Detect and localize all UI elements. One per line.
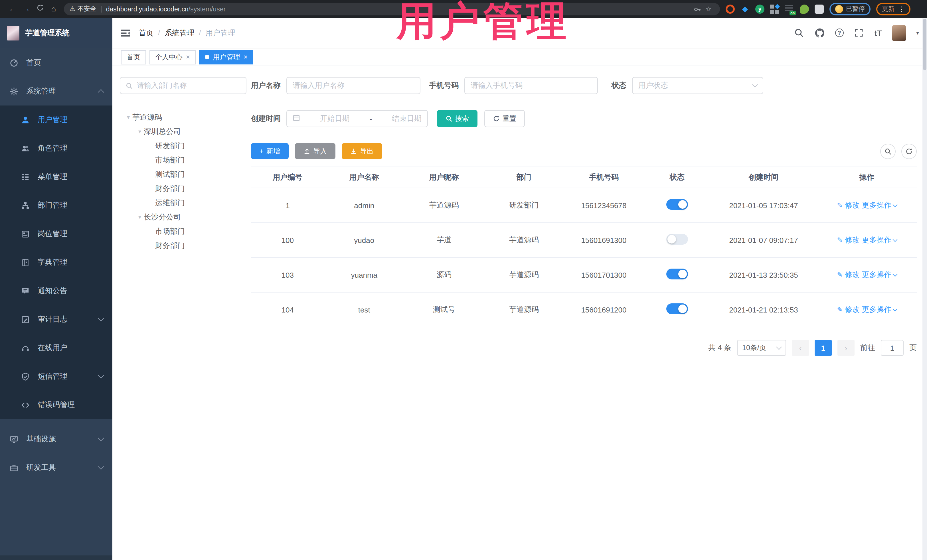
sidebar-item-dict-management[interactable]: 字典管理 xyxy=(0,248,112,276)
audit-log-icon xyxy=(21,315,30,324)
scrollbar-thumb[interactable] xyxy=(923,19,926,70)
tree-node-leaf[interactable]: 市场部门 xyxy=(120,224,246,238)
page-content: 请输入部门名称 ▾芋道源码 ▾深圳总公司 研发部门 市场部门 测试部门 财务部门… xyxy=(112,66,927,560)
close-icon[interactable]: × xyxy=(186,53,190,61)
reload-icon[interactable] xyxy=(33,0,47,18)
status-select[interactable]: 用户状态 xyxy=(632,77,763,94)
show-search-toggle-icon[interactable] xyxy=(880,143,896,159)
security-label[interactable]: 不安全 xyxy=(78,5,96,13)
browser-update-button[interactable]: 更新 ⋮ xyxy=(876,3,910,15)
close-icon[interactable]: × xyxy=(243,53,248,61)
chevron-down-icon xyxy=(776,344,782,350)
search-button[interactable]: 搜索 xyxy=(437,110,477,127)
sidebar-item-notice[interactable]: 通知公告 xyxy=(0,276,112,305)
status-toggle[interactable] xyxy=(666,304,688,314)
tree-node-branch[interactable]: ▾长沙分公司 xyxy=(120,210,246,224)
tree-expand-icon[interactable]: ▾ xyxy=(125,114,132,120)
extension-ubuntu-icon[interactable] xyxy=(726,4,735,14)
sidebar-item-dept-management[interactable]: 部门管理 xyxy=(0,191,112,220)
tree-expand-icon[interactable]: ▾ xyxy=(136,128,144,135)
back-icon[interactable]: ← xyxy=(6,0,20,18)
mobile-input[interactable]: 请输入手机号码 xyxy=(464,77,598,94)
sidebar-item-audit-log[interactable]: 审计日志 xyxy=(0,305,112,334)
tree-node-leaf[interactable]: 研发部门 xyxy=(120,138,246,153)
tab-profile[interactable]: 个人中心× xyxy=(149,50,196,64)
username-input[interactable]: 请输入用户名称 xyxy=(286,77,421,94)
sidebar-item-system[interactable]: 系统管理 xyxy=(0,77,112,106)
edit-link[interactable]: 修改 xyxy=(845,235,860,244)
date-end-placeholder: 结束日期 xyxy=(392,114,422,124)
add-button[interactable]: +新增 xyxy=(251,143,289,159)
edit-link[interactable]: 修改 xyxy=(845,201,860,209)
more-actions-link[interactable]: 更多操作 xyxy=(862,201,891,209)
extension-gem-icon[interactable]: ◆ xyxy=(740,4,749,14)
extension-leaf-icon[interactable] xyxy=(800,4,809,14)
collapse-sidebar-icon[interactable] xyxy=(120,28,131,38)
extension-switch-icon[interactable]: on xyxy=(785,4,794,14)
chevron-down-icon xyxy=(98,463,104,470)
tree-node-leaf[interactable]: 测试部门 xyxy=(120,167,246,181)
status-toggle[interactable] xyxy=(666,234,688,244)
breadcrumb-home[interactable]: 首页 xyxy=(138,28,153,38)
page-1-button[interactable]: 1 xyxy=(815,340,832,356)
reset-button[interactable]: 重置 xyxy=(484,110,525,127)
browser-profile-chip[interactable]: 已暂停 xyxy=(830,3,871,15)
col-nickname: 用户昵称 xyxy=(404,166,484,188)
sidebar-item-online-users[interactable]: 在线用户 xyxy=(0,334,112,362)
search-icon[interactable] xyxy=(794,28,804,38)
tree-node-leaf[interactable]: 运维部门 xyxy=(120,196,246,210)
tree-expand-icon[interactable]: ▾ xyxy=(136,214,144,220)
tree-node-leaf[interactable]: 财务部门 xyxy=(120,181,246,196)
next-page-button[interactable]: › xyxy=(837,340,854,356)
tab-home[interactable]: 首页 xyxy=(121,50,146,64)
sidebar-item-post-management[interactable]: 岗位管理 xyxy=(0,220,112,248)
sidebar-item-menu-management[interactable]: 菜单管理 xyxy=(0,162,112,191)
address-bar[interactable]: ⚠ 不安全 dashboard.yudao.iocoder.cn/system/… xyxy=(64,3,720,15)
sidebar-item-home[interactable]: 首页 xyxy=(0,49,112,77)
bookmark-star-icon[interactable]: ☆ xyxy=(703,5,714,13)
app-logo[interactable]: 芋道管理系统 xyxy=(0,18,112,49)
extensions-puzzle-icon[interactable] xyxy=(815,4,824,14)
sidebar-item-dev-tools[interactable]: 研发工具 xyxy=(0,453,112,482)
edit-link[interactable]: 修改 xyxy=(845,305,860,314)
passwords-key-icon[interactable] xyxy=(691,5,703,13)
tab-user-management[interactable]: 用户管理× xyxy=(199,50,253,64)
extension-yuque-icon[interactable]: y xyxy=(755,4,764,14)
tree-node-leaf[interactable]: 市场部门 xyxy=(120,153,246,167)
forward-icon[interactable]: → xyxy=(20,0,33,18)
page-size-select[interactable]: 10条/页 xyxy=(737,340,786,356)
status-toggle[interactable] xyxy=(666,269,688,279)
help-icon[interactable]: ? xyxy=(835,29,844,37)
page-scrollbar[interactable] xyxy=(922,18,927,560)
import-button[interactable]: 导入 xyxy=(295,143,336,159)
tree-node-branch[interactable]: ▾深圳总公司 xyxy=(120,124,246,138)
fullscreen-icon[interactable] xyxy=(854,28,864,38)
github-icon[interactable] xyxy=(815,28,825,38)
avatar-caret-icon[interactable]: ▾ xyxy=(916,30,919,36)
home-icon[interactable]: ⌂ xyxy=(47,0,61,18)
sidebar-item-sms-management[interactable]: 短信管理 xyxy=(0,362,112,391)
status-toggle[interactable] xyxy=(666,199,688,210)
sidebar-item-errorcode-management[interactable]: 错误码管理 xyxy=(0,391,112,419)
sidebar-item-user-management[interactable]: 用户管理 xyxy=(0,106,112,134)
browser-menu-kebab-icon[interactable]: ⋮ xyxy=(898,5,905,13)
breadcrumb-system[interactable]: 系统管理 xyxy=(164,28,194,38)
edit-link[interactable]: 修改 xyxy=(845,270,860,279)
prev-page-button[interactable]: ‹ xyxy=(792,340,809,356)
more-actions-link[interactable]: 更多操作 xyxy=(862,235,891,244)
goto-page-input[interactable]: 1 xyxy=(881,340,904,356)
more-actions-link[interactable]: 更多操作 xyxy=(862,305,891,314)
more-actions-link[interactable]: 更多操作 xyxy=(862,270,891,279)
font-size-icon[interactable]: tT xyxy=(874,28,882,37)
sidebar-item-role-management[interactable]: 角色管理 xyxy=(0,134,112,162)
export-button[interactable]: 导出 xyxy=(342,143,382,159)
tree-node-root[interactable]: ▾芋道源码 xyxy=(120,110,246,124)
url-text[interactable]: dashboard.yudao.iocoder.cn/system/user xyxy=(106,5,226,12)
refresh-table-icon[interactable] xyxy=(901,143,917,159)
extension-grid-icon[interactable] xyxy=(770,4,779,14)
sidebar-item-infrastructure[interactable]: 基础设施 xyxy=(0,425,112,453)
dept-search-input[interactable]: 请输入部门名称 xyxy=(120,77,246,94)
date-range-input[interactable]: 开始日期 - 结束日期 xyxy=(286,110,428,127)
user-avatar[interactable] xyxy=(892,25,906,41)
tree-node-leaf[interactable]: 财务部门 xyxy=(120,238,246,253)
